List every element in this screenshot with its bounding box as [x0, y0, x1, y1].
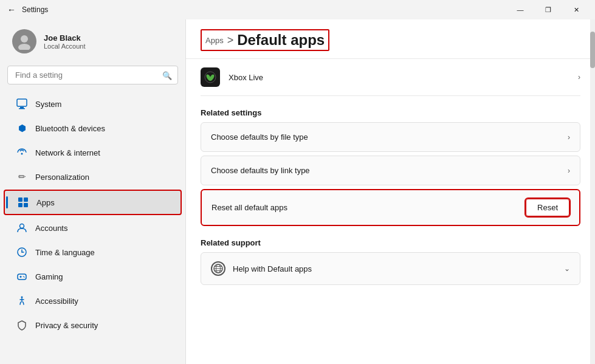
apps-label: Apps: [36, 198, 55, 207]
gaming-icon: [16, 270, 28, 283]
help-row[interactable]: Help with Default apps ⌄: [201, 252, 580, 285]
apps-icon: [17, 196, 29, 208]
back-icon[interactable]: ←: [7, 5, 16, 15]
user-section[interactable]: Joe Black Local Account: [0, 19, 185, 63]
avatar: [12, 29, 36, 53]
help-chevron-down: ⌄: [564, 264, 570, 273]
globe-icon: [211, 261, 225, 276]
window-title: Settings: [22, 5, 48, 14]
svg-point-19: [21, 297, 23, 298]
svg-rect-3: [20, 107, 24, 108]
file-type-row[interactable]: Choose defaults by file type ›: [201, 122, 580, 152]
time-icon: [16, 246, 28, 258]
content-body: Xbox Live › Related settings Choose defa…: [186, 59, 595, 300]
minimize-button[interactable]: —: [506, 0, 534, 19]
svg-rect-14: [18, 274, 26, 280]
help-label: Help with Default apps: [233, 264, 312, 273]
link-type-label: Choose defaults by link type: [211, 166, 310, 175]
svg-point-17: [23, 276, 24, 277]
titlebar-left: ← Settings: [7, 5, 48, 15]
svg-rect-9: [24, 203, 28, 207]
breadcrumb: Apps > Default apps: [201, 29, 580, 51]
accounts-label: Accounts: [35, 224, 67, 233]
svg-point-10: [20, 224, 24, 228]
svg-rect-6: [18, 197, 22, 202]
nav-gaming[interactable]: Gaming: [4, 265, 182, 288]
xbox-live-left: Xbox Live: [201, 67, 263, 87]
nav-time[interactable]: Time & language: [4, 241, 182, 264]
help-row-left: Help with Default apps: [211, 261, 312, 276]
svg-rect-8: [18, 203, 22, 207]
svg-rect-7: [24, 197, 28, 202]
svg-rect-4: [19, 108, 25, 109]
related-support-header: Related support: [201, 238, 580, 247]
related-settings-header: Related settings: [201, 108, 580, 117]
maximize-button[interactable]: ❐: [534, 0, 562, 19]
breadcrumb-parent: Apps: [205, 36, 224, 45]
bluetooth-icon: ⬢: [16, 122, 28, 134]
file-type-label: Choose defaults by file type: [211, 132, 308, 142]
personalization-icon: ✏: [16, 171, 28, 183]
accessibility-label: Accessibility: [35, 297, 78, 306]
svg-point-18: [24, 276, 25, 278]
link-type-chevron: ›: [568, 167, 570, 175]
nav-bluetooth[interactable]: ⬢ Bluetooth & devices: [4, 117, 182, 140]
titlebar-controls: — ❐ ✕: [506, 0, 590, 19]
content-area: Apps > Default apps Xbox Live › Related …: [185, 19, 595, 364]
content-header: Apps > Default apps: [186, 19, 595, 59]
nav-personalization[interactable]: ✏ Personalization: [4, 165, 182, 188]
titlebar: ← Settings — ❐ ✕: [0, 0, 595, 19]
app-body: Joe Black Local Account 🔍 System ⬢ Bluet…: [0, 19, 595, 364]
user-info: Joe Black Local Account: [44, 33, 86, 50]
reset-row: Reset all default apps Reset: [201, 189, 580, 226]
breadcrumb-current: Default apps: [237, 32, 325, 49]
bluetooth-label: Bluetooth & devices: [35, 124, 105, 133]
breadcrumb-separator: >: [227, 34, 234, 47]
link-type-row[interactable]: Choose defaults by link type ›: [201, 156, 580, 185]
network-label: Network & internet: [35, 148, 100, 157]
breadcrumb-highlight: Apps > Default apps: [201, 29, 329, 51]
scrollbar[interactable]: [590, 19, 595, 364]
accounts-icon: [16, 222, 28, 234]
svg-point-5: [21, 153, 23, 155]
svg-point-1: [18, 44, 30, 50]
sidebar: Joe Black Local Account 🔍 System ⬢ Bluet…: [0, 19, 185, 364]
nav-accounts[interactable]: Accounts: [4, 216, 182, 239]
reset-button[interactable]: Reset: [526, 199, 569, 216]
nav-apps[interactable]: Apps: [4, 190, 182, 215]
search-box: 🔍: [7, 66, 178, 84]
user-sub: Local Account: [44, 43, 86, 50]
reset-label: Reset all default apps: [212, 203, 287, 212]
user-name: Joe Black: [44, 33, 86, 43]
system-label: System: [35, 100, 61, 109]
xbox-live-label: Xbox Live: [229, 73, 263, 82]
nav-privacy[interactable]: Privacy & security: [4, 314, 182, 337]
network-icon: [16, 146, 28, 159]
gaming-label: Gaming: [35, 272, 63, 281]
search-input[interactable]: [7, 66, 178, 84]
scroll-thumb[interactable]: [590, 32, 595, 68]
svg-rect-2: [17, 99, 27, 106]
personalization-label: Personalization: [35, 173, 89, 182]
nav-system[interactable]: System: [4, 92, 182, 115]
xbox-live-row[interactable]: Xbox Live ›: [201, 59, 580, 96]
xbox-live-icon: [201, 67, 220, 87]
nav-accessibility[interactable]: Accessibility: [4, 289, 182, 312]
privacy-icon: [16, 319, 28, 331]
file-type-chevron: ›: [568, 133, 570, 142]
svg-point-0: [21, 35, 28, 43]
privacy-label: Privacy & security: [35, 321, 98, 330]
nav-network[interactable]: Network & internet: [4, 141, 182, 164]
accessibility-icon: [16, 295, 28, 307]
close-button[interactable]: ✕: [562, 0, 590, 19]
time-label: Time & language: [35, 248, 95, 257]
xbox-live-chevron: ›: [578, 73, 580, 81]
system-icon: [16, 98, 28, 110]
